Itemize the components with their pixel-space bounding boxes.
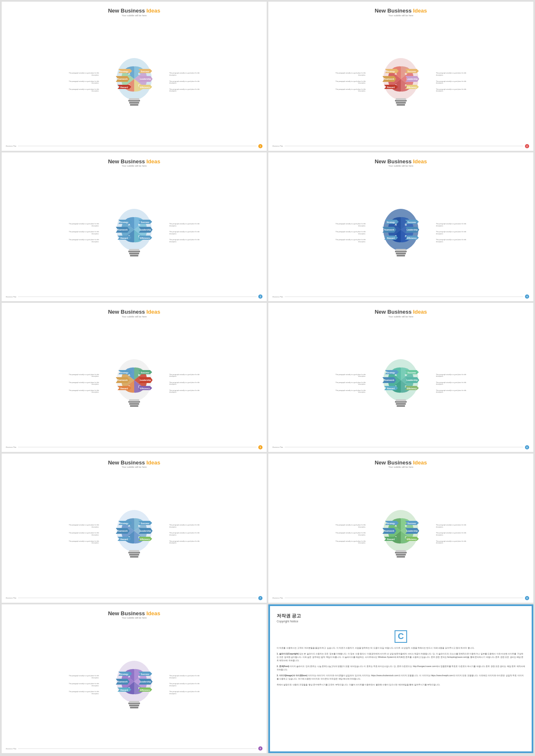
slide-1-title: New Business Ideas	[108, 8, 160, 14]
svg-text:Teamwork: Teamwork	[384, 228, 395, 231]
svg-text:Leadership: Leadership	[140, 78, 151, 80]
svg-rect-66	[129, 253, 139, 254]
svg-text:Efficiency: Efficiency	[140, 538, 150, 540]
slide-1-subtitle: Your subtitle will be here	[122, 14, 146, 17]
slide-copyright: 저작권 공고 Copyright Notice C 이 자료를 사용하시는 고객…	[268, 604, 533, 753]
svg-rect-44	[397, 104, 405, 106]
svg-rect-158	[129, 554, 139, 556]
slide-8-footer: Business Plan 8	[273, 596, 529, 600]
svg-text:Teamwork: Teamwork	[384, 530, 395, 532]
slide-4-labels-left: This paragraph actually is a good place …	[332, 223, 366, 243]
copyright-subtitle: Copyright Notice	[277, 620, 298, 623]
svg-text:Success: Success	[141, 221, 150, 223]
svg-text:Efficiency: Efficiency	[407, 86, 417, 89]
slide-2-content: This paragraph actually is a good place …	[273, 18, 529, 147]
slide-3-footer: Business Plan 3	[6, 294, 262, 299]
svg-text:Reward: Reward	[387, 387, 395, 390]
svg-text:Strategy: Strategy	[387, 371, 395, 374]
svg-text:Success: Success	[141, 371, 150, 374]
slide-8-content: This paragraph actually is a good place …	[273, 470, 529, 598]
slide-5-title: New Business Ideas	[108, 309, 160, 315]
svg-text:Strategy: Strategy	[120, 673, 128, 675]
slide-9-bulb: A B C D E F Strategy Teamwork Reward Suc…	[101, 656, 168, 714]
svg-text:Teamwork: Teamwork	[117, 78, 128, 80]
slide-4-subtitle: Your subtitle will be here	[388, 165, 413, 167]
svg-text:Teamwork: Teamwork	[384, 379, 395, 381]
slide-3-bulb: A B C D E F Strategy Teamwork Reward Suc…	[101, 204, 168, 262]
svg-rect-21	[130, 104, 138, 106]
svg-text:Efficiency: Efficiency	[407, 538, 417, 540]
slide-6-labels-left: This paragraph actually is a good place …	[332, 374, 366, 393]
svg-rect-68	[129, 249, 139, 251]
svg-text:Success: Success	[408, 221, 416, 223]
slide-8-labels-right: This paragraph actually is a good place …	[436, 524, 469, 544]
svg-text:Success: Success	[141, 70, 150, 73]
slide-1: New Business Ideas Your subtitle will be…	[2, 2, 267, 151]
label-desc-2: This paragraph actually is a good place …	[66, 81, 99, 84]
svg-text:Reward: Reward	[120, 689, 128, 691]
svg-text:Success: Success	[141, 522, 150, 525]
svg-text:Teamwork: Teamwork	[117, 530, 128, 532]
label-desc-4: This paragraph actually is a good place …	[169, 72, 203, 76]
svg-text:Teamwork: Teamwork	[384, 78, 395, 80]
slide-6-labels-right: This paragraph actually is a good place …	[436, 374, 469, 393]
slide-3-subtitle: Your subtitle will be here	[122, 165, 146, 167]
svg-text:Leadership: Leadership	[140, 379, 151, 381]
svg-text:Reward: Reward	[120, 387, 128, 390]
slide-8-subtitle: Your subtitle will be here	[388, 466, 413, 468]
svg-text:Efficiency: Efficiency	[140, 86, 150, 89]
svg-text:Leadership: Leadership	[140, 680, 151, 683]
slide-7-subtitle: Your subtitle will be here	[122, 466, 146, 468]
svg-rect-90	[397, 255, 405, 256]
svg-text:Success: Success	[141, 673, 150, 675]
slide-8-bulb: A B C D E F Strategy Teamwork Reward Suc…	[367, 505, 434, 563]
svg-text:Strategy: Strategy	[120, 371, 128, 374]
slide-2-bulb: A B C D E F Strategy Teamwork Reward Suc…	[367, 53, 434, 112]
slide-4: New Business Ideas Your subtitle will be…	[268, 152, 533, 302]
svg-text:Leadership: Leadership	[407, 78, 418, 80]
svg-text:Efficiency: Efficiency	[407, 237, 417, 239]
slide-4-footer: Business Plan 4	[273, 294, 529, 299]
svg-rect-160	[129, 550, 139, 552]
svg-rect-182	[397, 556, 405, 558]
slide-1-content: This paragraph actually is a good place …	[6, 18, 262, 147]
slide-4-title: New Business Ideas	[374, 158, 427, 165]
svg-text:Reward: Reward	[120, 538, 128, 540]
footer-line-1	[18, 146, 257, 146]
svg-rect-159	[130, 556, 138, 558]
svg-rect-183	[396, 550, 406, 552]
svg-text:Reward: Reward	[120, 237, 128, 239]
footer-num-1: 1	[258, 144, 262, 148]
svg-rect-205	[130, 707, 138, 708]
slide-7: New Business Ideas Your subtitle will be…	[2, 454, 267, 603]
slide-2-subtitle: Your subtitle will be here	[388, 14, 413, 17]
svg-text:Strategy: Strategy	[120, 70, 128, 73]
slides-grid: New Business Ideas Your subtitle will be…	[0, 0, 535, 755]
slide-2: New Business Ideas Your subtitle will be…	[268, 2, 533, 151]
slide-1-footer: Business Plan 1	[6, 144, 262, 148]
slide-5-content: This paragraph actually is a good place …	[6, 320, 262, 448]
svg-text:Strategy: Strategy	[387, 70, 395, 73]
svg-rect-43	[396, 102, 406, 104]
slide-9-labels-right: This paragraph actually is a good place …	[169, 675, 203, 695]
slide-7-labels-left: This paragraph actually is a good place …	[66, 524, 99, 544]
svg-rect-20	[129, 102, 139, 104]
slide-8-labels-left: This paragraph actually is a good place …	[332, 524, 366, 544]
slide-9-content: This paragraph actually is a good place …	[6, 621, 262, 749]
slide-1-labels-left: This paragraph actually is a good place …	[66, 72, 99, 92]
svg-text:Teamwork: Teamwork	[117, 680, 128, 683]
slide-6: New Business Ideas Your subtitle will be…	[268, 303, 533, 452]
slide-8-title: New Business Ideas	[374, 459, 427, 466]
slide-5-bulb: A B C D E F Strategy Teamwork Reward Suc…	[101, 354, 168, 413]
svg-text:Leadership: Leadership	[140, 228, 151, 231]
slide-4-content: This paragraph actually is a good place …	[273, 169, 529, 297]
label-desc-3: This paragraph actually is a good place …	[66, 89, 99, 92]
slide-5-subtitle: Your subtitle will be here	[122, 315, 146, 318]
slide-1-labels-right: This paragraph actually is a good place …	[169, 72, 203, 92]
copyright-title: 저작권 공고	[277, 613, 301, 619]
svg-text:Leadership: Leadership	[407, 379, 418, 381]
label-desc-1: This paragraph actually is a good place …	[66, 72, 99, 76]
svg-rect-181	[396, 554, 406, 556]
svg-text:Success: Success	[408, 70, 416, 73]
slide-4-labels-right: This paragraph actually is a good place …	[436, 223, 469, 243]
